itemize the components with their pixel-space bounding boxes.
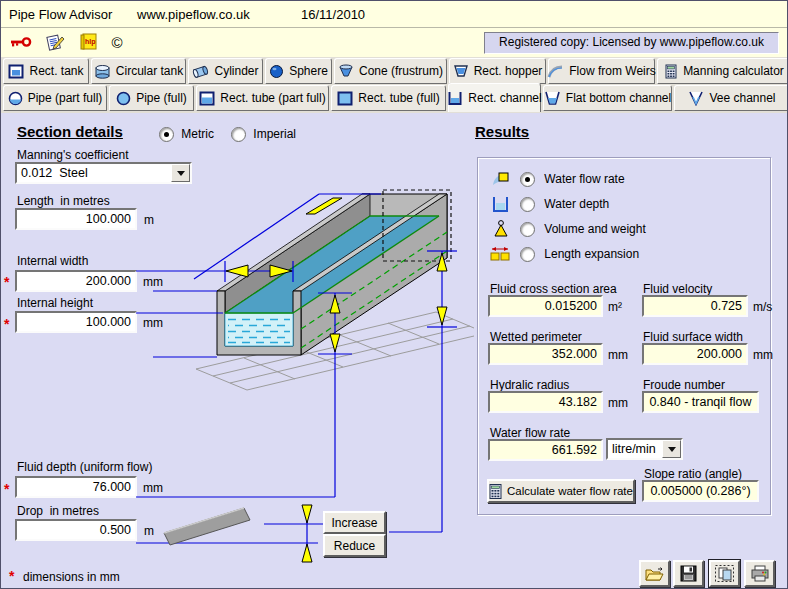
- internal-height-required-mark: *: [4, 316, 9, 332]
- flow-unit-dropdown-button[interactable]: [662, 440, 681, 458]
- app-title: Pipe Flow Advisor: [9, 7, 112, 22]
- internal-width-required-mark: *: [4, 274, 9, 290]
- wetted-perimeter-unit: mm: [608, 348, 628, 362]
- fluid-depth-label: Fluid depth (uniform flow): [17, 460, 152, 474]
- fluid-surface-width-unit: mm: [753, 348, 773, 362]
- water-flow-rate-radio-circle[interactable]: [520, 172, 535, 187]
- title-bar: Pipe Flow Advisor www.pipeflow.co.uk 16/…: [1, 1, 787, 28]
- water-flow-rate-label: Water flow rate: [490, 426, 570, 440]
- length-expansion-icon: [490, 245, 510, 266]
- water-depth-radio[interactable]: Water depth: [520, 197, 609, 212]
- tab-rect-hopper[interactable]: Rect. hopper: [449, 58, 546, 84]
- drop-label: Drop in metres: [17, 504, 99, 518]
- copyright-icon[interactable]: ©: [105, 31, 129, 53]
- open-button[interactable]: [639, 560, 670, 587]
- tab-pipe-part-full[interactable]: Pipe (part full): [3, 85, 107, 111]
- printer-icon: [750, 565, 770, 582]
- drop-slab: [164, 508, 250, 545]
- registered-notice: Registered copy: Licensed by www.pipeflo…: [484, 32, 779, 54]
- section-details-heading: Section details: [17, 123, 123, 140]
- tab-pipe-full[interactable]: Pipe (full): [109, 85, 194, 111]
- length-expansion-radio[interactable]: Length expansion: [520, 247, 639, 262]
- fluid-depth-required-mark: *: [4, 481, 9, 497]
- water-depth-icon: [491, 196, 510, 216]
- app-date: 16/11/2010: [301, 7, 365, 22]
- internal-height-input[interactable]: 100.000: [15, 311, 137, 333]
- calculate-water-flow-rate-button[interactable]: Calculate water flow rate: [487, 479, 635, 503]
- volume-weight-icon: [492, 219, 510, 241]
- svg-text:hlp: hlp: [85, 38, 96, 46]
- calculator-icon: [489, 484, 502, 499]
- key-icon[interactable]: [9, 31, 33, 53]
- fluid-velocity-unit: m/s: [753, 300, 772, 314]
- cross-section-area-unit: m²: [608, 300, 622, 314]
- rect-tube-full-icon: [337, 91, 353, 106]
- rect-channel-icon: [447, 91, 463, 106]
- slope-ratio-label: Slope ratio (angle): [644, 467, 742, 481]
- register-icon[interactable]: [43, 31, 67, 53]
- length-expansion-radio-circle[interactable]: [520, 247, 535, 262]
- flat-bottom-channel-icon: [544, 91, 561, 106]
- manning-label: Manning's coefficient: [17, 148, 128, 162]
- weir-icon: [547, 64, 564, 79]
- tab-circular-tank[interactable]: Circular tank: [91, 58, 186, 84]
- length-input[interactable]: 100.000: [15, 208, 137, 230]
- fluid-depth-input[interactable]: 76.000: [15, 476, 137, 498]
- pipe-flow-advisor-window: Pipe Flow Advisor www.pipeflow.co.uk 16/…: [0, 0, 788, 589]
- tab-row-2: Pipe (part full) Pipe (full) Rect. tube …: [3, 85, 788, 112]
- tab-rect-tube-part-full[interactable]: Rect. tube (part full): [196, 85, 329, 111]
- tab-rect-tube-full[interactable]: Rect. tube (full): [331, 85, 446, 111]
- app-website: www.pipeflow.co.uk: [137, 7, 250, 22]
- copy-pages-icon: [714, 564, 735, 583]
- tab-strip: Rect. tank Circular tank Cylinder Sphere…: [1, 57, 787, 113]
- reduce-button[interactable]: Reduce: [323, 534, 386, 557]
- cross-section-area-label: Fluid cross section area: [490, 282, 617, 296]
- channel-diagram: [136, 141, 481, 571]
- increase-button[interactable]: Increase: [323, 511, 386, 534]
- hopper-icon: [453, 64, 469, 79]
- copy-button[interactable]: [709, 560, 740, 587]
- internal-width-input[interactable]: 200.000: [15, 270, 137, 292]
- footnote-text: dimensions in mm: [23, 570, 120, 584]
- drop-input[interactable]: 0.500: [15, 519, 137, 541]
- water-flow-rate-radio[interactable]: Water flow rate: [520, 172, 625, 187]
- wetted-perimeter-field: 352.000: [488, 343, 603, 365]
- flow-rate-icon: [491, 171, 510, 191]
- tab-vee-channel[interactable]: Vee channel: [674, 85, 788, 111]
- flow-unit-select[interactable]: litre/min: [606, 438, 683, 460]
- tab-flow-from-weirs[interactable]: Flow from Weirs: [548, 58, 655, 84]
- tab-rect-channel[interactable]: Rect. channel: [448, 83, 541, 112]
- tab-sphere[interactable]: Sphere: [265, 58, 332, 84]
- water-flow-rate-field: 661.592: [488, 439, 603, 461]
- froude-number-label: Froude number: [643, 378, 725, 392]
- cylinder-icon: [192, 64, 209, 79]
- froude-number-field: 0.840 - tranqil flow: [642, 391, 759, 413]
- save-button[interactable]: [673, 560, 704, 587]
- tab-flat-bottom-channel[interactable]: Flat bottom channel: [543, 85, 672, 111]
- fluid-velocity-label: Fluid velocity: [643, 282, 712, 296]
- tab-cylinder[interactable]: Cylinder: [188, 58, 263, 84]
- results-heading: Results: [475, 123, 529, 140]
- print-button[interactable]: [744, 560, 775, 587]
- footnote-mark: *: [9, 568, 14, 584]
- tab-cone-frustrum[interactable]: Cone (frustrum): [334, 58, 447, 84]
- fluid-surface-width-field: 200.000: [642, 343, 748, 365]
- rect-tube-part-full-icon: [199, 91, 215, 106]
- toolbar: hlp © Registered copy: Licensed by www.p…: [1, 28, 787, 58]
- volume-weight-radio[interactable]: Volume and weight: [520, 222, 646, 237]
- hydraulic-radius-field: 43.182: [488, 391, 603, 413]
- fluid-velocity-field: 0.725: [642, 295, 748, 317]
- tab-manning-calculator[interactable]: Manning calculator: [657, 58, 788, 84]
- water-cross-section: [225, 313, 293, 346]
- tab-rect-tank[interactable]: Rect. tank: [3, 58, 89, 84]
- pipe-full-icon: [116, 91, 131, 106]
- water-depth-radio-circle[interactable]: [520, 197, 535, 212]
- calculator-icon: [664, 64, 678, 79]
- help-icon[interactable]: hlp: [77, 31, 101, 53]
- cone-icon: [338, 64, 354, 79]
- volume-weight-radio-circle[interactable]: [520, 222, 535, 237]
- internal-width-label: Internal width: [17, 254, 88, 268]
- rect-tank-icon: [8, 64, 24, 79]
- channel-3d-body: [217, 190, 451, 355]
- circular-tank-icon: [94, 64, 111, 79]
